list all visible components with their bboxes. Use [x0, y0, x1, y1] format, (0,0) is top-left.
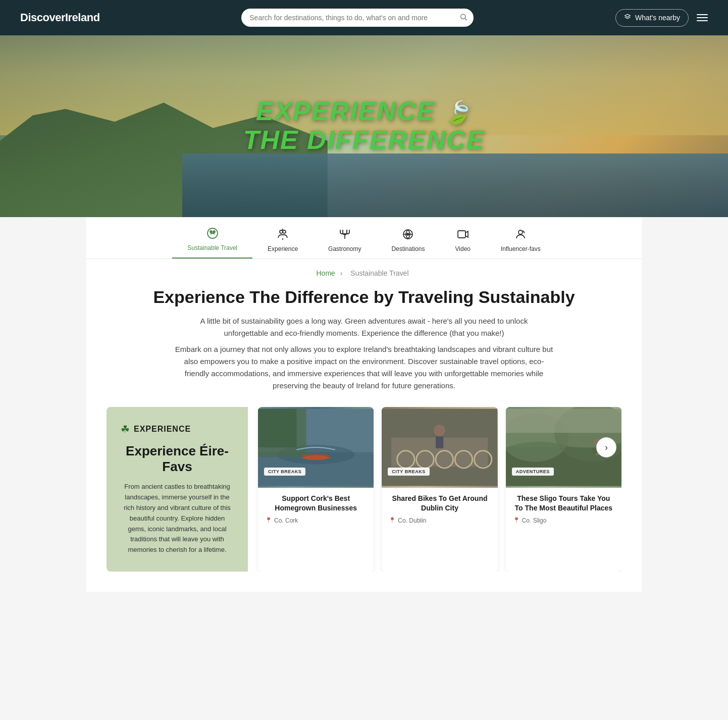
svg-rect-31	[506, 409, 621, 433]
breadcrumb-current: Sustainable Travel	[350, 269, 408, 277]
page-title: Experience The Difference by Traveling S…	[107, 287, 621, 307]
gastronomy-icon	[339, 228, 351, 243]
tab-destinations-label: Destinations	[391, 245, 425, 252]
tab-influencer-favs[interactable]: Influencer-favs	[486, 224, 556, 259]
tab-sustainable-travel-label: Sustainable Travel	[187, 244, 237, 251]
experience-heading: Experience Éire-Favs	[121, 443, 234, 475]
whats-nearby-button[interactable]: What's nearby	[615, 9, 689, 27]
tab-gastronomy-label: Gastronomy	[328, 245, 361, 252]
location-pin-icon: 📍	[265, 517, 272, 524]
card-2-location: 📍 Co. Dublin	[389, 517, 490, 524]
card-3-body: These Sligo Tours Take You To The Most B…	[506, 488, 621, 531]
whats-nearby-label: What's nearby	[635, 14, 680, 22]
tab-experience-label: Experience	[268, 245, 298, 252]
cards-area: CITY BREAKS Support Cork's Best Homegrow…	[248, 407, 621, 572]
card-2-badge: CITY BREAKS	[388, 468, 429, 476]
svg-point-14	[301, 454, 330, 459]
tab-sustainable-travel[interactable]: Sustainable Travel	[172, 223, 252, 259]
svg-point-2	[280, 230, 283, 233]
header-actions: What's nearby	[615, 9, 708, 27]
influencer-favs-icon	[514, 228, 527, 243]
hero-line1: EXPERIENCE	[256, 96, 435, 126]
experience-card-1[interactable]: CITY BREAKS Support Cork's Best Homegrow…	[258, 407, 374, 572]
search-container	[241, 9, 474, 27]
hero-section: EXPERIENCE 🍃 THE DIFFERENCE	[0, 35, 728, 217]
experience-logo-text: EXPERIENCE	[134, 425, 191, 434]
card-1-image	[258, 407, 374, 488]
sustainable-travel-icon	[206, 227, 219, 242]
experience-icon	[277, 228, 289, 243]
hero-title: EXPERIENCE 🍃 THE DIFFERENCE	[243, 97, 485, 156]
header: DiscoverIreland What's nearby	[0, 0, 728, 35]
location-pin-icon-3: 📍	[513, 517, 520, 524]
tab-video[interactable]: Video	[440, 224, 486, 259]
experience-card-3[interactable]: ADVENTURES › These Sligo Tours Take You …	[506, 407, 621, 572]
search-icon-button[interactable]	[459, 13, 467, 23]
tab-destinations[interactable]: Destinations	[376, 224, 440, 259]
breadcrumb-home[interactable]: Home	[317, 269, 335, 277]
card-3-location: 📍 Co. Sligo	[513, 517, 614, 524]
destinations-icon	[402, 228, 414, 243]
site-logo: DiscoverIreland	[20, 11, 100, 24]
card-1-title: Support Cork's Best Homegrown Businesses	[265, 494, 367, 513]
hero-line2: THE DIFFERENCE	[243, 125, 485, 155]
experience-left-panel: ☘ EXPERIENCE Experience Éire-Favs From a…	[107, 407, 248, 572]
main-content: Experience The Difference by Traveling S…	[86, 282, 642, 592]
svg-rect-7	[458, 231, 465, 238]
location-pin-icon-2: 📍	[389, 517, 396, 524]
search-input[interactable]	[241, 9, 474, 27]
card-3-badge: ADVENTURES	[512, 468, 554, 476]
hero-sea	[182, 153, 729, 217]
hero-leaf: 🍃	[443, 100, 472, 125]
page-description-1: A little bit of sustainability goes a lo…	[192, 315, 536, 339]
svg-point-6	[407, 233, 409, 235]
svg-line-1	[465, 19, 467, 20]
svg-point-0	[461, 14, 465, 19]
experience-body: From ancient castles to breathtaking lan…	[121, 482, 234, 555]
breadcrumb: Home › Sustainable Travel	[86, 259, 642, 282]
experience-card-2[interactable]: CITY BREAKS Shared Bikes To Get Around D…	[382, 407, 497, 572]
cards-next-button[interactable]: ›	[596, 437, 616, 457]
svg-rect-23	[436, 436, 443, 448]
card-3-title: These Sligo Tours Take You To The Most B…	[513, 494, 614, 513]
tab-influencer-favs-label: Influencer-favs	[501, 245, 541, 252]
page-wrapper: Sustainable Travel Experience	[86, 217, 642, 592]
hamburger-line	[697, 20, 708, 21]
experience-logo: ☘ EXPERIENCE	[121, 423, 234, 435]
card-1-badge: CITY BREAKS	[264, 468, 305, 476]
card-2-image	[382, 407, 497, 488]
card-1-location: 📍 Co. Cork	[265, 517, 367, 524]
hamburger-line	[697, 14, 708, 15]
card-2-title: Shared Bikes To Get Around Dublin City	[389, 494, 490, 513]
hamburger-line	[697, 17, 708, 18]
tab-video-label: Video	[455, 245, 471, 252]
video-icon	[457, 228, 469, 243]
tab-experience[interactable]: Experience	[252, 224, 313, 259]
tab-gastronomy[interactable]: Gastronomy	[313, 224, 376, 259]
experience-logo-icon: ☘	[121, 423, 130, 435]
location-icon	[624, 14, 631, 22]
page-description-2: Embark on a journey that not only allows…	[172, 343, 556, 392]
breadcrumb-separator: ›	[340, 269, 343, 277]
svg-point-22	[434, 425, 446, 436]
card-1-body: Support Cork's Best Homegrown Businesses…	[258, 488, 374, 531]
svg-rect-13	[258, 409, 296, 447]
experience-section: ☘ EXPERIENCE Experience Éire-Favs From a…	[107, 407, 621, 572]
hamburger-button[interactable]	[697, 14, 708, 21]
card-2-body: Shared Bikes To Get Around Dublin City 📍…	[382, 488, 497, 531]
nav-tabs: Sustainable Travel Experience	[86, 217, 642, 259]
svg-point-3	[283, 230, 286, 233]
